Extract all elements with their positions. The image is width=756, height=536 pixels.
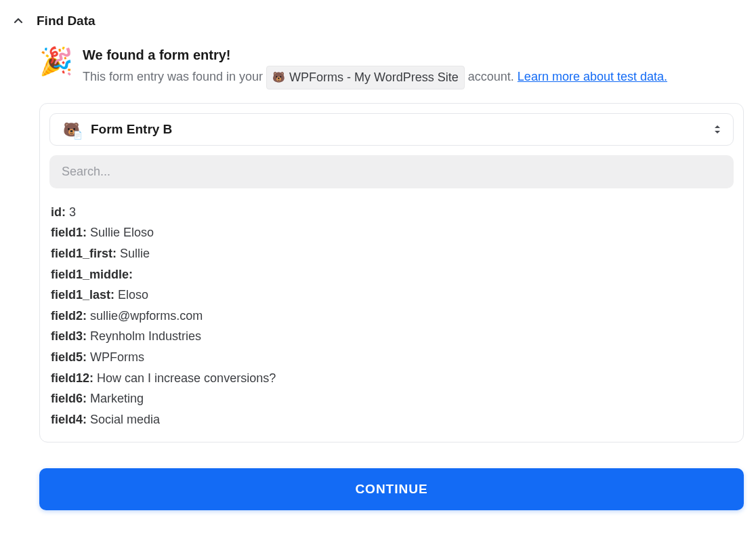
sort-caret-icon (713, 125, 722, 134)
chevron-up-icon (13, 16, 24, 26)
found-heading: We found a form entry! (83, 47, 667, 63)
continue-button[interactable]: CONTINUE (39, 468, 744, 510)
field-row: field1_middle: (51, 264, 734, 285)
entry-select-label: Form Entry B (91, 122, 703, 137)
search-input[interactable] (49, 155, 734, 188)
field-row: field5: WPForms (51, 347, 734, 368)
field-row: field6: Marketing (51, 388, 734, 409)
fields-list: id: 3field1: Sullie Elosofield1_first: S… (49, 202, 734, 430)
entry-panel: 🐻 Form Entry B id: 3field1: Sullie Eloso… (39, 103, 744, 443)
bear-icon: 🐻 (61, 123, 81, 136)
field-row: field1: Sullie Eloso (51, 222, 734, 243)
party-popper-icon: 🎉 (39, 47, 73, 89)
section-title: Find Data (37, 14, 96, 28)
found-subtext: This form entry was found in your 🐻WPFor… (83, 66, 667, 89)
collapse-toggle[interactable] (12, 15, 24, 27)
field-row: field1_first: Sullie (51, 243, 734, 264)
field-row: field2: sullie@wpforms.com (51, 306, 734, 327)
field-row: field4: Social media (51, 409, 734, 430)
account-pill: 🐻WPForms - My WordPress Site (266, 66, 465, 89)
learn-more-link[interactable]: Learn more about test data. (518, 70, 667, 83)
field-row: id: 3 (51, 202, 734, 223)
field-row: field3: Reynholm Industries (51, 326, 734, 347)
wpforms-icon: 🐻 (272, 69, 285, 85)
field-row: field12: How can I increase conversions? (51, 368, 734, 389)
field-row: field1_last: Eloso (51, 285, 734, 306)
entry-select[interactable]: 🐻 Form Entry B (49, 113, 734, 146)
